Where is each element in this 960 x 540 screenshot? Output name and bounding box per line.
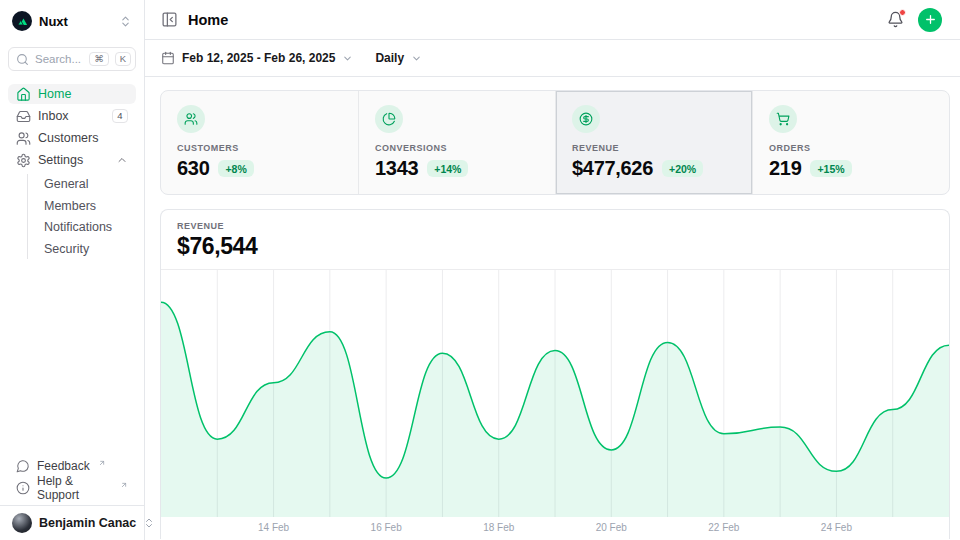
chevrons-up-down-icon <box>119 15 132 28</box>
stat-card-conversions[interactable]: Conversions 1343 +14% <box>358 91 555 194</box>
stat-value: 630 <box>177 157 209 180</box>
sidebar-nav: Home Inbox 4 Customers Settings <box>0 84 144 259</box>
workspace-name: Nuxt <box>39 14 112 29</box>
chart-pie-icon <box>375 105 403 133</box>
date-range-picker[interactable]: Feb 12, 2025 - Feb 26, 2025 <box>161 51 353 65</box>
stats-row: Customers 630 +8% Conversions 1343 +14% <box>160 90 950 195</box>
stat-change-badge: +8% <box>218 160 253 177</box>
sidebar-footer: Feedback Help & Support <box>0 456 144 505</box>
sidebar-item-notifications[interactable]: Notifications <box>36 217 136 237</box>
workspace-selector[interactable]: Nuxt <box>0 0 144 32</box>
search-icon <box>16 53 29 66</box>
sidebar: Nuxt Search... ⌘ K Home <box>0 0 145 540</box>
nuxt-logo-icon <box>12 11 32 31</box>
page-title: Home <box>188 12 228 28</box>
chart-canvas <box>161 270 949 517</box>
footer-item-label: Feedback <box>37 459 90 473</box>
stat-label: Orders <box>769 143 933 153</box>
sidebar-item-settings[interactable]: Settings <box>8 150 136 170</box>
sub-item-label: General <box>44 177 88 191</box>
stat-label: Conversions <box>375 143 539 153</box>
chevron-down-icon <box>411 53 422 64</box>
x-axis-tick-label: 20 Feb <box>596 522 627 533</box>
search-placeholder: Search... <box>35 53 83 65</box>
stat-card-orders[interactable]: Orders 219 +15% <box>752 91 949 194</box>
stat-label: Revenue <box>572 143 736 153</box>
add-button[interactable] <box>918 8 942 32</box>
revenue-area-chart[interactable] <box>161 270 949 517</box>
gear-icon <box>16 153 31 168</box>
calendar-icon <box>161 51 175 65</box>
plus-icon <box>924 13 937 26</box>
chart-value: $76,544 <box>177 233 933 260</box>
sub-item-label: Members <box>44 199 96 213</box>
x-axis-tick-label: 14 Feb <box>258 522 289 533</box>
avatar <box>12 513 32 533</box>
collapse-sidebar-button[interactable] <box>161 11 178 28</box>
feedback-link[interactable]: Feedback <box>8 456 136 476</box>
sidebar-item-members[interactable]: Members <box>36 196 136 216</box>
x-axis-tick-label: 18 Feb <box>483 522 514 533</box>
chart-header: REVENUE $76,544 <box>161 210 949 270</box>
sidebar-spacer <box>0 259 144 457</box>
page-header: Home <box>145 0 960 40</box>
stat-value: 1343 <box>375 157 418 180</box>
chart-x-axis: 14 Feb16 Feb18 Feb20 Feb22 Feb24 Feb <box>161 517 949 539</box>
help-support-link[interactable]: Help & Support <box>8 478 136 498</box>
sub-item-label: Security <box>44 242 89 256</box>
sidebar-item-label: Customers <box>38 131 98 145</box>
date-range-value: Feb 12, 2025 - Feb 26, 2025 <box>182 51 335 65</box>
external-link-icon <box>120 481 128 489</box>
filters-toolbar: Feb 12, 2025 - Feb 26, 2025 Daily <box>145 40 960 77</box>
stat-card-customers[interactable]: Customers 630 +8% <box>161 91 358 194</box>
info-circle-icon <box>16 481 30 495</box>
sub-item-label: Notifications <box>44 220 112 234</box>
shopping-cart-icon <box>769 105 797 133</box>
revenue-chart-card: REVENUE $76,544 14 Feb16 Feb18 Feb20 Feb… <box>160 209 950 539</box>
x-axis-tick-label: 22 Feb <box>708 522 739 533</box>
sidebar-item-general[interactable]: General <box>36 174 136 194</box>
stat-change-badge: +20% <box>662 160 703 177</box>
message-circle-icon <box>16 459 30 473</box>
dashboard-content: Customers 630 +8% Conversions 1343 +14% <box>145 77 960 540</box>
sidebar-item-security[interactable]: Security <box>36 239 136 259</box>
app-root: Nuxt Search... ⌘ K Home <box>0 0 960 540</box>
x-axis-tick-label: 24 Feb <box>821 522 852 533</box>
sidebar-item-home[interactable]: Home <box>8 84 136 104</box>
chevron-up-icon <box>116 154 128 166</box>
user-name: Benjamin Canac <box>39 516 136 530</box>
stat-card-revenue[interactable]: Revenue $477,626 +20% <box>555 91 752 194</box>
external-link-icon <box>98 459 106 467</box>
stat-change-badge: +15% <box>810 160 851 177</box>
sidebar-item-label: Settings <box>38 153 83 167</box>
chevron-down-icon <box>342 53 353 64</box>
sidebar-item-label: Home <box>38 87 71 101</box>
chart-label: REVENUE <box>177 221 933 231</box>
notification-dot <box>899 9 906 16</box>
stat-label: Customers <box>177 143 342 153</box>
stat-value: 219 <box>769 157 801 180</box>
stat-value: $477,626 <box>572 157 653 180</box>
header-actions <box>887 8 942 32</box>
footer-item-label: Help & Support <box>37 474 112 502</box>
users-icon <box>16 131 31 146</box>
inbox-icon <box>16 109 31 124</box>
kbd-meta: ⌘ <box>89 52 109 66</box>
users-icon <box>177 105 205 133</box>
circle-dollar-icon <box>572 105 600 133</box>
kbd-k: K <box>115 52 131 66</box>
notifications-button[interactable] <box>887 11 904 28</box>
stat-change-badge: +14% <box>427 160 468 177</box>
period-value: Daily <box>375 51 404 65</box>
main-area: Home Feb 12, 2025 - Feb 26, 2025 <box>145 0 960 540</box>
sidebar-item-inbox[interactable]: Inbox 4 <box>8 106 136 126</box>
x-axis-tick-label: 16 Feb <box>371 522 402 533</box>
period-select[interactable]: Daily <box>375 51 422 65</box>
sidebar-item-label: Inbox <box>38 109 69 123</box>
home-icon <box>16 87 31 102</box>
user-menu[interactable]: Benjamin Canac <box>0 505 144 540</box>
sidebar-item-customers[interactable]: Customers <box>8 128 136 148</box>
search-input[interactable]: Search... ⌘ K <box>8 47 136 71</box>
settings-submenu: General Members Notifications Security <box>27 174 136 259</box>
inbox-count-badge: 4 <box>112 109 128 124</box>
